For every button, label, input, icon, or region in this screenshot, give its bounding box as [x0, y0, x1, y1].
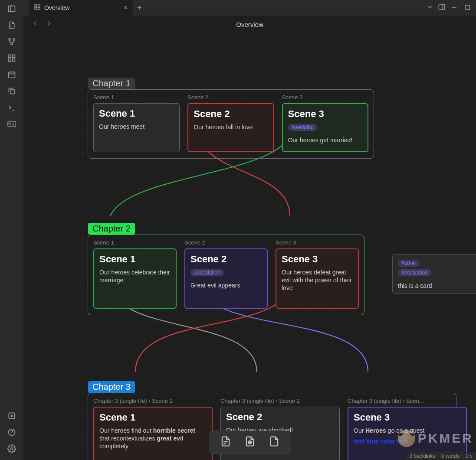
- scene-title: Scene 3: [282, 254, 353, 265]
- svg-point-12: [11, 415, 12, 416]
- status-chars[interactable]: 0 c: [466, 453, 473, 459]
- blank-note-icon[interactable]: [268, 435, 280, 449]
- svg-rect-17: [35, 7, 37, 10]
- help-icon[interactable]: [7, 427, 17, 437]
- svg-rect-9: [10, 90, 14, 94]
- calendar-icon[interactable]: [7, 69, 17, 80]
- back-icon[interactable]: [31, 20, 39, 29]
- tab-label: Overview: [44, 4, 69, 11]
- svg-point-2: [13, 39, 14, 40]
- svg-rect-19: [439, 4, 445, 10]
- svg-rect-5: [12, 55, 15, 58]
- scene-body: Great evil appears: [190, 281, 262, 289]
- chapter-2-group[interactable]: Chapter 2 Scene 1 Scene 1 Our heroes cel…: [88, 235, 364, 315]
- tag[interactable]: #escalation: [398, 269, 431, 276]
- scene-title: Scene 1: [99, 412, 207, 423]
- scene-card[interactable]: Scene 1 Our heroes find out horrible sec…: [93, 407, 213, 460]
- canvas[interactable]: Chapter 1 Scene 1 Scene 1 Our heroes mee…: [23, 33, 476, 460]
- watermark-text: PKMER: [418, 431, 473, 446]
- chapter-1-header[interactable]: Chapter 1: [88, 78, 135, 89]
- tag[interactable]: #other: [398, 260, 420, 267]
- slot-label: Chapter 3 (single file) › Scene 1: [93, 398, 213, 404]
- svg-rect-4: [8, 55, 11, 58]
- watermark: PKMER: [398, 430, 473, 447]
- scene-body: Our heroes fall in love: [194, 123, 268, 131]
- slot-label: Scene 1: [93, 239, 177, 246]
- scene-title: Scene 2: [226, 411, 334, 423]
- minimize-icon[interactable]: [450, 4, 459, 12]
- status-bar: 0 backlinks 0 words 0 c: [406, 452, 476, 460]
- scene-card[interactable]: Scene 2 #escalation Great evil appears: [184, 248, 268, 309]
- main-area: Overview × +: [23, 0, 476, 460]
- scene-body: Our heroes meet: [99, 123, 174, 130]
- slot-label: Chapter 3 (single file) › Scene 2: [220, 398, 340, 404]
- scene-card[interactable]: Scene 3 Our heroes defeat great evil wit…: [276, 248, 359, 309]
- terminal-icon[interactable]: [7, 102, 17, 113]
- markdown-icon[interactable]: [7, 119, 17, 129]
- grid-icon[interactable]: [7, 53, 17, 63]
- scene-title: Scene 2: [190, 254, 262, 265]
- svg-rect-15: [35, 4, 37, 7]
- vault-icon[interactable]: [7, 411, 17, 421]
- svg-rect-20: [465, 5, 469, 10]
- tag[interactable]: #escalation: [190, 269, 224, 276]
- chapter-1-group[interactable]: Chapter 1 Scene 1 Scene 1 Our heroes mee…: [88, 89, 374, 159]
- scene-card[interactable]: Scene 1 Our heroes meet: [93, 103, 180, 152]
- slot-label: Chapter 3 (single file) › Scen...: [348, 398, 467, 404]
- git-icon[interactable]: [7, 36, 17, 47]
- svg-rect-11: [9, 413, 14, 418]
- slot-label: Scene 2: [184, 239, 268, 246]
- maximize-icon[interactable]: [463, 4, 472, 12]
- nav-bar: Overview: [23, 16, 476, 33]
- right-sidebar-toggle-icon[interactable]: [438, 3, 446, 13]
- card-body: this is a card: [398, 282, 476, 289]
- svg-rect-0: [8, 6, 15, 11]
- slot-label: Scene 2: [187, 94, 274, 101]
- new-tab-icon[interactable]: +: [137, 3, 142, 13]
- scene-card[interactable]: Scene 1 Our heroes celebrate their merri…: [93, 248, 177, 309]
- canvas-toolbar: [209, 431, 291, 454]
- chevron-down-icon[interactable]: [427, 3, 433, 12]
- page-title: Overview: [236, 21, 263, 28]
- embed-note-icon[interactable]: [244, 435, 256, 449]
- svg-rect-6: [8, 59, 11, 62]
- scene-card[interactable]: Scene 2 Our heroes fall in love: [187, 103, 274, 152]
- scene-title: Scene 2: [194, 108, 268, 120]
- file-icon[interactable]: [7, 20, 17, 30]
- scene-body: Our heroes find out horrible secret that…: [99, 427, 207, 450]
- status-backlinks[interactable]: 0 backlinks: [410, 453, 435, 459]
- svg-point-14: [10, 448, 13, 450]
- svg-rect-8: [8, 72, 15, 78]
- scene-body: Our heroes defeat great evil with the po…: [282, 268, 353, 292]
- svg-rect-18: [38, 7, 40, 10]
- close-icon[interactable]: ×: [124, 4, 128, 12]
- scene-title: Scene 1: [99, 108, 174, 119]
- svg-rect-7: [12, 59, 15, 62]
- scene-title: Scene 3: [354, 412, 461, 423]
- layout-icon: [34, 3, 41, 12]
- scene-card[interactable]: Scene 3 #wedding Our heroes get married!: [282, 103, 368, 152]
- svg-point-1: [8, 39, 10, 40]
- status-words[interactable]: 0 words: [441, 453, 460, 459]
- svg-rect-16: [38, 4, 40, 7]
- chapter-3-header[interactable]: Chapter 3: [88, 381, 135, 393]
- scene-title: Scene 3: [288, 108, 362, 120]
- text-note-icon[interactable]: [220, 435, 232, 449]
- standalone-card[interactable]: #other #escalation this is a card: [392, 254, 476, 294]
- tab-overview[interactable]: Overview ×: [29, 0, 133, 16]
- sidebar-toggle-icon[interactable]: [7, 3, 17, 14]
- titlebar: Overview × +: [23, 0, 476, 16]
- scene-body: Our heroes celebrate their merriage: [99, 268, 171, 284]
- slot-label: Scene 3: [282, 94, 368, 101]
- settings-icon[interactable]: [7, 444, 17, 454]
- scene-body: Our heroes get married!: [288, 136, 362, 144]
- tag[interactable]: #wedding: [288, 124, 317, 131]
- copy-icon[interactable]: [7, 86, 17, 96]
- scene-title: Scene 1: [99, 254, 171, 265]
- chapter-2-header[interactable]: Chapter 2: [88, 223, 135, 235]
- slot-label: Scene 3: [276, 239, 359, 246]
- forward-icon[interactable]: [45, 20, 53, 29]
- slot-label: Scene 1: [93, 94, 180, 101]
- logo-icon: [398, 430, 415, 447]
- left-ribbon: [0, 0, 23, 460]
